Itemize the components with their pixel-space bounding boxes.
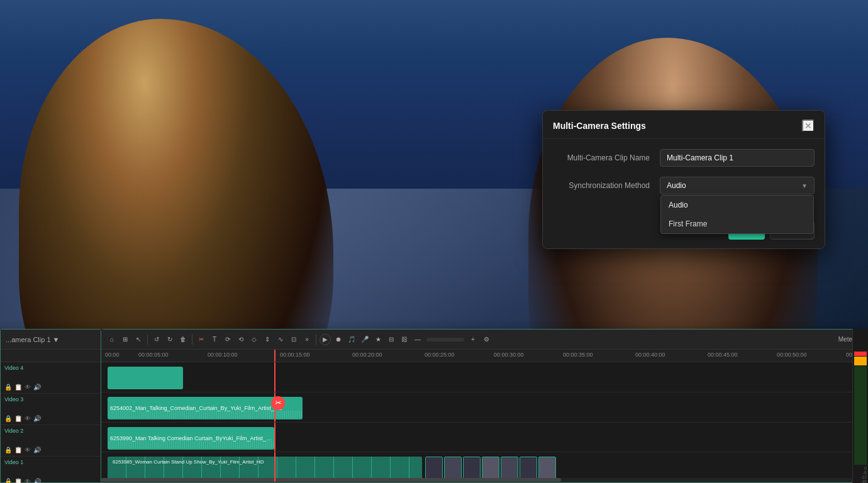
sync-method-value: Audio bbox=[667, 181, 686, 190]
clip-name-input[interactable] bbox=[660, 149, 815, 167]
sync-method-select[interactable]: Audio ▼ Audio First Frame bbox=[660, 177, 815, 194]
select-arrow-icon: ▼ bbox=[801, 182, 808, 189]
dropdown-option-audio[interactable]: Audio bbox=[661, 196, 813, 214]
clip-name-label: Multi-Camera Clip Name bbox=[553, 153, 660, 162]
dialog-title: Multi-Camera Settings bbox=[553, 121, 646, 131]
clip-name-field: Multi-Camera Clip Name bbox=[553, 149, 815, 167]
sync-method-label: Synchronization Method bbox=[553, 181, 660, 190]
dialog-body: Multi-Camera Clip Name Synchronization M… bbox=[543, 139, 825, 214]
dialog-header: Multi-Camera Settings ✕ bbox=[543, 111, 825, 139]
sync-method-dropdown: Audio First Frame bbox=[660, 195, 814, 234]
sync-method-field: Synchronization Method Audio ▼ Audio Fir… bbox=[553, 177, 815, 194]
multicamera-settings-dialog: Multi-Camera Settings ✕ Multi-Camera Cli… bbox=[542, 110, 825, 249]
dropdown-option-firstframe[interactable]: First Frame bbox=[661, 214, 813, 233]
dialog-overlay: Multi-Camera Settings ✕ Multi-Camera Cli… bbox=[0, 0, 868, 483]
dialog-close-button[interactable]: ✕ bbox=[802, 119, 815, 132]
